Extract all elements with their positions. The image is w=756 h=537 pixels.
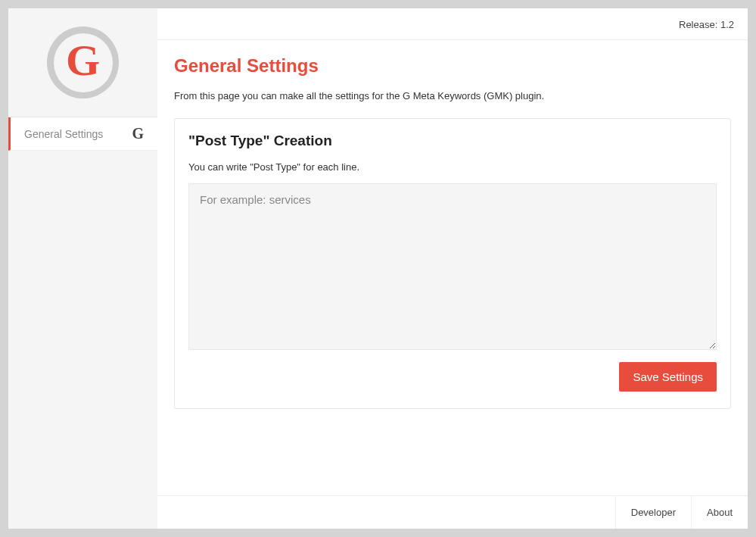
footer: Developer About [157, 495, 748, 529]
sidebar-item-label: General Settings [24, 128, 103, 140]
footer-link-about[interactable]: About [691, 496, 748, 529]
content-area: General Settings From this page you can … [157, 40, 748, 529]
button-row: Save Settings [188, 362, 717, 392]
panel-description: You can write "Post Type" for each line. [188, 161, 717, 173]
save-settings-button[interactable]: Save Settings [619, 362, 717, 392]
page-title: General Settings [174, 55, 731, 76]
main-content: Release: 1.2 General Settings From this … [157, 8, 748, 529]
logo-circle: G [47, 27, 119, 98]
panel-title: "Post Type" Creation [188, 133, 717, 149]
top-bar: Release: 1.2 [157, 8, 748, 40]
logo-area: G [8, 8, 157, 117]
footer-link-developer[interactable]: Developer [615, 496, 691, 529]
release-label: Release: 1.2 [679, 19, 734, 30]
page-description: From this page you can make all the sett… [174, 90, 731, 101]
post-type-panel: "Post Type" Creation You can write "Post… [174, 118, 731, 409]
sidebar: G General Settings G [8, 8, 157, 529]
app-frame: G General Settings G Release: 1.2 Genera… [8, 8, 748, 529]
logo-letter-icon: G [66, 39, 100, 87]
g-letter-icon: G [132, 125, 144, 142]
sidebar-item-general-settings[interactable]: General Settings G [8, 117, 157, 151]
logo-inner: G [54, 33, 113, 92]
post-type-textarea[interactable] [188, 183, 717, 350]
